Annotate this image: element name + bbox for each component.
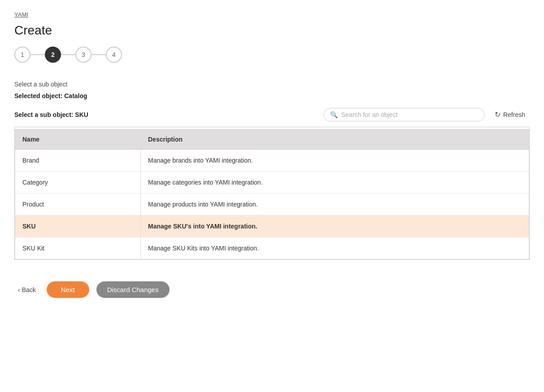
cell-name: Product [15,194,141,215]
step-2: 2 [45,47,61,63]
step-3: 3 [75,47,91,63]
column-header-description: Description [141,129,529,150]
step-connector-2-3 [61,54,75,55]
cell-description: Manage brands into YAMI integration. [141,150,529,172]
refresh-label: Refresh [503,111,525,118]
cell-description: Manage categories into YAMI integration. [141,172,529,194]
page-title: Create [14,23,530,38]
cell-name: SKU Kit [15,237,141,259]
table-row[interactable]: SKU KitManage SKU Kits into YAMI integra… [15,237,529,259]
table-container: Name Description BrandManage brands into… [14,127,530,260]
sub-object-row: Select a sub object: SKU 🔍 ↻ Refresh [14,108,530,121]
step-4: 4 [106,47,122,63]
sub-object-label: Select a sub object: SKU [14,111,88,118]
table-row[interactable]: SKUManage SKU's into YAMI integration. [15,215,529,237]
search-box: 🔍 [323,108,485,121]
breadcrumb[interactable]: YAMI [14,11,28,18]
cell-description: Manage SKU Kits into YAMI integration. [141,237,529,259]
step-connector-1-2 [30,54,45,55]
table-row[interactable]: BrandManage brands into YAMI integration… [15,150,529,172]
discard-changes-button[interactable]: Discard Changes [96,281,170,298]
data-table: Name Description BrandManage brands into… [15,129,529,259]
cell-name: Category [15,172,141,194]
next-button[interactable]: Next [47,281,89,298]
table-row[interactable]: ProductManage products into YAMI integra… [15,194,529,215]
cell-name: SKU [15,215,141,237]
page-wrapper: YAMI Create 1 2 3 4 Select a sub object … [0,0,544,392]
step-1: 1 [14,47,30,63]
back-label: Back [22,286,36,293]
cell-description: Manage products into YAMI integration. [141,194,529,215]
table-header-row: Name Description [15,129,529,150]
back-arrow-icon: ‹ [18,286,20,293]
stepper: 1 2 3 4 [14,47,530,63]
section-label: Select a sub object [14,81,530,88]
column-header-name: Name [15,129,141,150]
footer-buttons: ‹ Back Next Discard Changes [14,274,530,298]
back-button[interactable]: ‹ Back [14,284,39,295]
search-input[interactable] [341,111,478,118]
cell-description: Manage SKU's into YAMI integration. [141,215,529,237]
refresh-button[interactable]: ↻ Refresh [490,108,530,121]
table-row[interactable]: CategoryManage categories into YAMI inte… [15,172,529,194]
step-connector-3-4 [91,54,106,55]
cell-name: Brand [15,150,141,172]
selected-object-label: Selected object: Catalog [14,92,530,99]
search-refresh-group: 🔍 ↻ Refresh [323,108,530,121]
refresh-icon: ↻ [495,110,500,119]
search-icon: 🔍 [330,111,338,118]
